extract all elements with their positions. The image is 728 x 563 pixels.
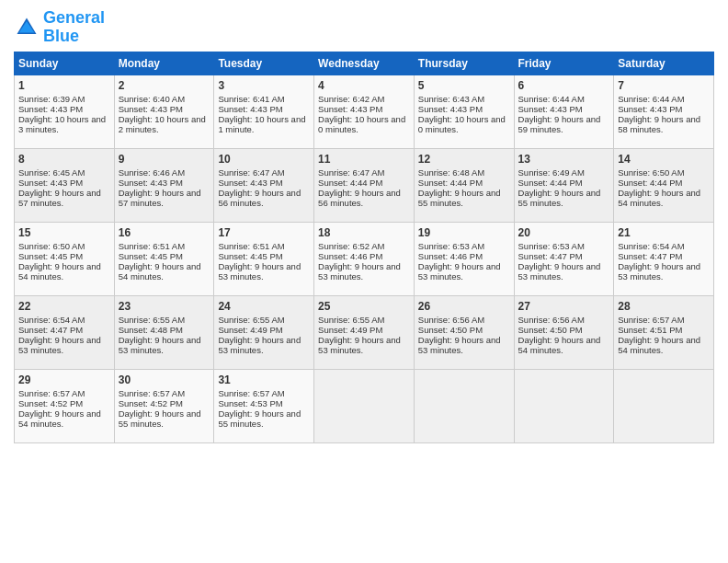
daylight: Daylight: 9 hours and 57 minutes. [119,188,201,208]
daylight: Daylight: 9 hours and 54 minutes. [618,188,700,208]
day-number: 26 [418,300,510,313]
sunrise: Sunrise: 6:57 AM [119,388,185,398]
day-number: 9 [119,153,210,166]
day-number: 8 [18,153,110,166]
calendar-cell: 15 Sunrise: 6:50 AM Sunset: 4:45 PM Dayl… [15,222,115,295]
header-cell-friday: Friday [514,52,614,75]
sunset: Sunset: 4:47 PM [18,325,83,335]
header-row: SundayMondayTuesdayWednesdayThursdayFrid… [15,52,714,75]
calendar-cell: 19 Sunrise: 6:53 AM Sunset: 4:46 PM Dayl… [414,222,514,295]
sunset: Sunset: 4:53 PM [218,398,282,408]
daylight: Daylight: 9 hours and 54 minutes. [18,408,101,429]
calendar-cell: 3 Sunrise: 6:41 AM Sunset: 4:43 PM Dayli… [214,75,314,148]
calendar-row-0: 1 Sunrise: 6:39 AM Sunset: 4:43 PM Dayli… [15,75,714,148]
sunset: Sunset: 4:50 PM [518,325,583,335]
calendar-header: SundayMondayTuesdayWednesdayThursdayFrid… [15,52,714,75]
calendar-body: 1 Sunrise: 6:39 AM Sunset: 4:43 PM Dayli… [15,75,714,442]
calendar-cell: 16 Sunrise: 6:51 AM Sunset: 4:45 PM Dayl… [114,222,214,295]
header-cell-saturday: Saturday [614,52,714,75]
daylight: Daylight: 9 hours and 54 minutes. [618,335,700,355]
daylight: Daylight: 9 hours and 53 minutes. [119,335,201,355]
sunrise: Sunrise: 6:42 AM [318,94,384,104]
calendar-cell: 17 Sunrise: 6:51 AM Sunset: 4:45 PM Dayl… [214,222,314,295]
sunset: Sunset: 4:45 PM [119,251,183,261]
calendar-cell [614,369,714,442]
sunset: Sunset: 4:50 PM [418,325,483,335]
sunset: Sunset: 4:43 PM [18,178,83,188]
day-number: 17 [218,226,310,239]
header: General Blue [14,9,714,46]
sunset: Sunset: 4:47 PM [518,251,583,261]
calendar-cell [414,369,514,442]
daylight: Daylight: 9 hours and 53 minutes. [218,335,301,355]
day-number: 25 [318,300,410,313]
day-number: 24 [218,300,310,313]
day-number: 1 [18,79,110,92]
calendar-cell: 1 Sunrise: 6:39 AM Sunset: 4:43 PM Dayli… [15,75,115,148]
sunrise: Sunrise: 6:41 AM [218,94,284,104]
logo: General Blue [14,9,105,46]
daylight: Daylight: 9 hours and 53 minutes. [618,261,700,282]
daylight: Daylight: 9 hours and 53 minutes. [518,261,601,282]
sunset: Sunset: 4:43 PM [418,104,483,114]
calendar-cell: 13 Sunrise: 6:49 AM Sunset: 4:44 PM Dayl… [514,148,614,222]
calendar-cell: 26 Sunrise: 6:56 AM Sunset: 4:50 PM Dayl… [414,295,514,369]
day-number: 18 [318,226,410,239]
sunrise: Sunrise: 6:50 AM [18,241,85,251]
sunrise: Sunrise: 6:53 AM [418,241,484,251]
sunrise: Sunrise: 6:54 AM [618,241,684,251]
calendar-row-4: 29 Sunrise: 6:57 AM Sunset: 4:52 PM Dayl… [15,369,714,442]
calendar-cell: 24 Sunrise: 6:55 AM Sunset: 4:49 PM Dayl… [214,295,314,369]
daylight: Daylight: 9 hours and 59 minutes. [518,114,601,134]
logo-text: General Blue [43,9,105,46]
sunrise: Sunrise: 6:39 AM [18,94,85,104]
calendar-cell: 9 Sunrise: 6:46 AM Sunset: 4:43 PM Dayli… [114,148,214,222]
daylight: Daylight: 9 hours and 55 minutes. [418,188,501,208]
daylight: Daylight: 10 hours and 3 minutes. [18,114,106,134]
calendar-cell: 30 Sunrise: 6:57 AM Sunset: 4:52 PM Dayl… [114,369,214,442]
sunrise: Sunrise: 6:55 AM [119,315,185,325]
daylight: Daylight: 9 hours and 53 minutes. [18,335,101,355]
day-number: 22 [18,300,110,313]
sunset: Sunset: 4:46 PM [418,251,483,261]
sunset: Sunset: 4:52 PM [119,398,183,408]
calendar-cell: 25 Sunrise: 6:55 AM Sunset: 4:49 PM Dayl… [314,295,415,369]
calendar-cell: 27 Sunrise: 6:56 AM Sunset: 4:50 PM Dayl… [514,295,614,369]
day-number: 23 [119,300,210,313]
daylight: Daylight: 9 hours and 56 minutes. [318,188,401,208]
daylight: Daylight: 10 hours and 0 minutes. [318,114,405,134]
sunrise: Sunrise: 6:43 AM [418,94,484,104]
sunset: Sunset: 4:45 PM [18,251,83,261]
calendar-cell: 20 Sunrise: 6:53 AM Sunset: 4:47 PM Dayl… [514,222,614,295]
sunset: Sunset: 4:46 PM [318,251,382,261]
calendar-table: SundayMondayTuesdayWednesdayThursdayFrid… [14,52,714,443]
daylight: Daylight: 9 hours and 53 minutes. [318,261,401,282]
calendar-cell: 28 Sunrise: 6:57 AM Sunset: 4:51 PM Dayl… [614,295,714,369]
calendar-cell: 11 Sunrise: 6:47 AM Sunset: 4:44 PM Dayl… [314,148,415,222]
sunset: Sunset: 4:43 PM [218,104,282,114]
sunrise: Sunrise: 6:51 AM [119,241,185,251]
sunrise: Sunrise: 6:54 AM [18,315,85,325]
day-number: 21 [618,226,710,239]
sunrise: Sunrise: 6:51 AM [218,241,284,251]
sunset: Sunset: 4:43 PM [318,104,382,114]
calendar-cell: 31 Sunrise: 6:57 AM Sunset: 4:53 PM Dayl… [214,369,314,442]
sunset: Sunset: 4:43 PM [218,178,282,188]
sunrise: Sunrise: 6:50 AM [618,167,684,178]
sunrise: Sunrise: 6:49 AM [518,167,585,178]
day-number: 12 [418,153,510,166]
daylight: Daylight: 9 hours and 56 minutes. [218,188,301,208]
sunset: Sunset: 4:43 PM [18,104,83,114]
daylight: Daylight: 10 hours and 2 minutes. [119,114,206,134]
sunset: Sunset: 4:51 PM [618,325,682,335]
logo-icon [14,15,40,40]
calendar-cell: 14 Sunrise: 6:50 AM Sunset: 4:44 PM Dayl… [614,148,714,222]
calendar-cell: 4 Sunrise: 6:42 AM Sunset: 4:43 PM Dayli… [314,75,415,148]
day-number: 30 [119,373,210,386]
sunset: Sunset: 4:52 PM [18,398,83,408]
sunrise: Sunrise: 6:55 AM [218,315,284,325]
day-number: 28 [618,300,710,313]
calendar-cell: 22 Sunrise: 6:54 AM Sunset: 4:47 PM Dayl… [15,295,115,369]
sunrise: Sunrise: 6:47 AM [318,167,384,178]
sunrise: Sunrise: 6:44 AM [518,94,585,104]
